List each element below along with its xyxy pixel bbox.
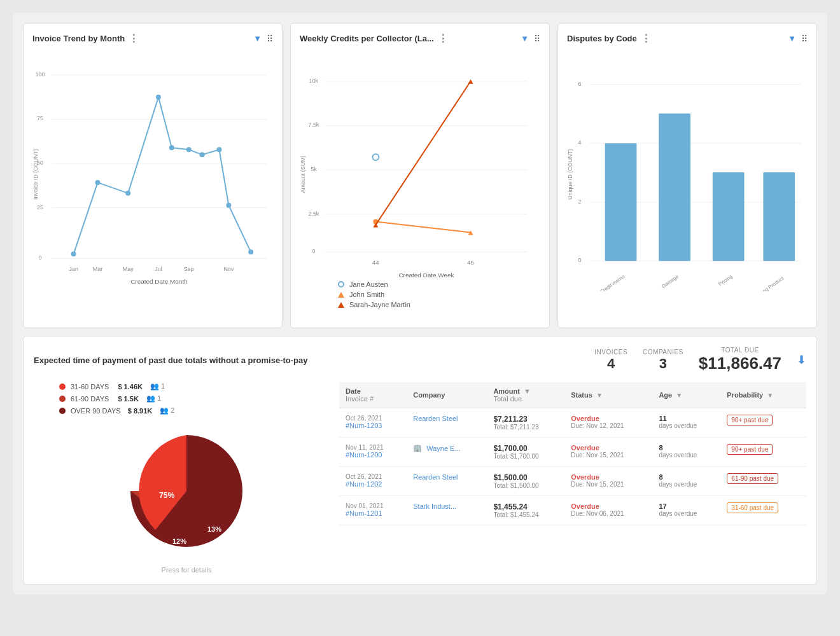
kpi-row: INVOICES 4 COMPANIES 3 TOTAL DUE $11,866…: [594, 347, 806, 373]
pie-section: 31-60 DAYS $ 1.46K 👥 1 61-90 DAYS $ 1.5K…: [34, 382, 339, 574]
svg-text:0: 0: [312, 248, 315, 254]
invoice-trend-menu-icon[interactable]: ⠿: [267, 34, 273, 44]
disputes-actions: ▼ ⠿: [788, 34, 808, 44]
invoice-link-2[interactable]: #Num-1202: [346, 480, 400, 488]
svg-text:Pricing: Pricing: [718, 273, 734, 287]
cell-date-2: Oct 26, 2021 #Num-1202: [339, 467, 407, 496]
kpi-companies: COMPANIES 3: [643, 349, 683, 372]
invoices-label: INVOICES: [594, 349, 627, 356]
companies-label: COMPANIES: [643, 349, 683, 356]
table-header-row: Date Invoice # Company Amount ▼ Total du…: [339, 382, 806, 408]
invoice-trend-card: Invoice Trend by Month ⋮ ▼ ⠿ 100 75 50 2…: [23, 23, 283, 328]
pie-chart[interactable]: 75% 13% 12%: [116, 421, 256, 561]
svg-point-42: [372, 154, 379, 160]
weekly-credits-title-text: Weekly Credits per Collector (La...: [300, 34, 434, 43]
col-age[interactable]: Age ▼: [652, 382, 720, 408]
legend-john: John Smith: [338, 291, 540, 298]
weekly-credits-chart: 10k 7.5k 5k 2.5k 0 Amount (SUM) 44 45 Cr…: [300, 51, 540, 291]
company-link-2[interactable]: Rearden Steel: [413, 473, 458, 481]
disputes-chart: 6 4 2 0 Unique ID (COUNT): [567, 51, 808, 291]
cell-age-2: 8 days overdue: [652, 467, 720, 496]
svg-text:6: 6: [578, 81, 581, 87]
disputes-card: Disputes by Code ⋮ ▼ ⠿ 6 4 2 0: [557, 23, 817, 328]
invoices-value: 4: [594, 356, 627, 372]
legend-31-60-dot: [59, 384, 66, 390]
total-due-value: $11,866.47: [699, 354, 781, 373]
probability-badge-1[interactable]: 90+ past due: [727, 444, 773, 455]
svg-text:2.5k: 2.5k: [308, 211, 319, 217]
cell-badge-0: 90+ past due: [720, 408, 806, 438]
invoice-trend-filter-icon[interactable]: ▼: [253, 34, 262, 43]
legend-over-90-users: 👥 2: [160, 406, 174, 415]
cell-date-0: Oct 26, 2021 #Num-1203: [339, 408, 407, 438]
disputes-filter-icon[interactable]: ▼: [788, 34, 796, 43]
disputes-title-text: Disputes by Code: [567, 34, 637, 43]
svg-text:25: 25: [37, 204, 43, 211]
cell-company-0: Rearden Steel: [407, 408, 487, 438]
probability-badge-3[interactable]: 31-60 past due: [727, 502, 778, 513]
col-date: Date Invoice #: [339, 382, 407, 408]
company-link-1[interactable]: Wayne E...: [426, 445, 460, 452]
svg-point-26: [226, 203, 231, 208]
charts-row: Invoice Trend by Month ⋮ ▼ ⠿ 100 75 50 2…: [23, 23, 817, 328]
svg-text:Unique ID (COUNT): Unique ID (COUNT): [567, 149, 573, 200]
table-row: Oct 26, 2021 #Num-1203 Rearden Steel $7,…: [339, 408, 806, 438]
svg-text:45: 45: [467, 259, 475, 266]
cell-badge-1: 90+ past due: [720, 438, 806, 467]
company-link-0[interactable]: Rearden Steel: [413, 415, 458, 422]
table-row: Oct 26, 2021 #Num-1202 Rearden Steel $1,…: [339, 467, 806, 496]
total-due-label: TOTAL DUE: [699, 347, 781, 354]
bottom-title: Expected time of payment of past due tot…: [34, 356, 308, 365]
svg-rect-65: [659, 113, 690, 261]
svg-rect-66: [713, 172, 745, 261]
legend-61-90: 61-90 DAYS $ 1.5K 👥 1: [59, 394, 174, 403]
probability-badge-2[interactable]: 61-90 past due: [727, 473, 778, 484]
svg-text:75: 75: [37, 115, 43, 121]
svg-text:Created Date.Week: Created Date.Week: [398, 272, 454, 279]
weekly-credits-filter-icon[interactable]: ▼: [521, 34, 529, 43]
svg-text:Invoice ID (COUNT): Invoice ID (COUNT): [32, 149, 39, 200]
weekly-credits-actions: ▼ ⠿: [521, 34, 540, 44]
svg-text:75%: 75%: [159, 491, 174, 500]
bottom-content: 31-60 DAYS $ 1.46K 👥 1 61-90 DAYS $ 1.5K…: [34, 382, 806, 574]
age-filter-icon: ▼: [676, 392, 682, 399]
disputes-title: Disputes by Code ⋮: [567, 32, 651, 45]
legend-61-90-label: 61-90 DAYS: [71, 395, 109, 403]
weekly-credits-menu-icon[interactable]: ⠿: [534, 34, 540, 44]
invoice-link-0[interactable]: #Num-1203: [346, 422, 400, 429]
cell-amount-2: $1,500.00 Total: $1,500.00: [487, 467, 564, 496]
svg-point-20: [125, 191, 130, 196]
invoice-trend-info-icon[interactable]: ⋮: [129, 32, 139, 45]
pie-press-label: Press for details: [162, 566, 212, 574]
legend-over-90-label: OVER 90 DAYS: [71, 407, 121, 415]
dashboard: Invoice Trend by Month ⋮ ▼ ⠿ 100 75 50 2…: [13, 13, 827, 595]
cell-status-1: Overdue Due: Nov 15, 2021: [564, 438, 652, 467]
cell-date-1: Nov 11, 2021 #Num-1200: [339, 438, 407, 467]
svg-point-23: [186, 147, 192, 152]
probability-badge-0[interactable]: 90+ past due: [727, 415, 773, 425]
download-icon[interactable]: ⬇: [797, 353, 806, 367]
invoice-trend-header: Invoice Trend by Month ⋮ ▼ ⠿: [32, 32, 273, 45]
svg-text:100: 100: [35, 71, 45, 78]
svg-text:May: May: [123, 266, 134, 272]
invoice-link-1[interactable]: #Num-1200: [346, 451, 400, 459]
svg-text:44: 44: [372, 259, 380, 266]
col-probability[interactable]: Probability ▼: [720, 382, 806, 408]
svg-point-24: [200, 152, 205, 157]
company-link-3[interactable]: Stark Indust...: [413, 502, 456, 510]
companies-value: 3: [643, 356, 683, 372]
svg-text:0: 0: [38, 254, 41, 261]
weekly-credits-header: Weekly Credits per Collector (La... ⋮ ▼ …: [300, 32, 540, 45]
col-status[interactable]: Status ▼: [564, 382, 652, 408]
svg-text:Mar: Mar: [93, 266, 102, 272]
cell-badge-3: 31-60 past due: [720, 496, 806, 525]
svg-rect-67: [763, 172, 795, 261]
cell-age-0: 11 days overdue: [652, 408, 720, 438]
kpi-total-due: TOTAL DUE $11,866.47: [699, 347, 781, 373]
weekly-credits-info-icon[interactable]: ⋮: [438, 32, 448, 45]
disputes-menu-icon[interactable]: ⠿: [801, 34, 808, 44]
disputes-info-icon[interactable]: ⋮: [641, 32, 651, 45]
svg-text:Damage: Damage: [661, 273, 680, 289]
invoice-link-3[interactable]: #Num-1201: [346, 509, 400, 517]
col-amount[interactable]: Amount ▼ Total due: [487, 382, 564, 408]
